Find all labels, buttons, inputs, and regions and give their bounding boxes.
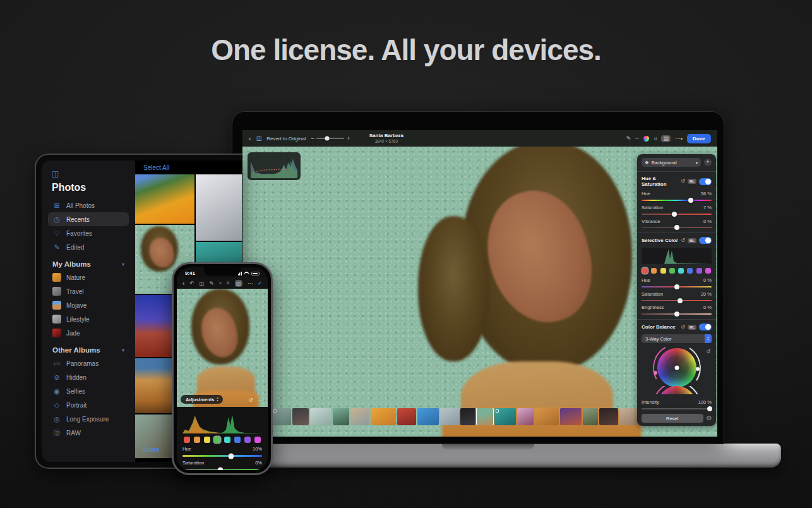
iphone-saturation-slider[interactable] — [182, 469, 262, 470]
color-balance-toggle[interactable] — [699, 324, 712, 330]
sidebar-item-mojave[interactable]: Mojave — [48, 298, 129, 312]
panel-toggle-icon[interactable]: ▤ — [235, 280, 242, 287]
filmstrip-thumb[interactable] — [333, 408, 349, 425]
filmstrip-thumb[interactable] — [440, 408, 459, 425]
swatch-orange[interactable] — [194, 437, 200, 443]
filmstrip-thumb[interactable] — [417, 408, 439, 425]
sidebar-item-selfies[interactable]: ◉ Selfies — [48, 384, 129, 398]
sidebar-item-recents[interactable]: ◷ Recents — [48, 212, 129, 226]
zoom-slider[interactable]: – + — [311, 136, 350, 142]
filmstrip-thumb[interactable] — [517, 408, 534, 425]
sidebar-item-edited[interactable]: ✎ Edited — [48, 240, 129, 254]
swatch-red[interactable] — [184, 437, 190, 443]
iphone-photo-canvas[interactable]: Adjustments ▴▾ ↺ ⋯ — [177, 289, 268, 407]
filmstrip-thumb[interactable] — [310, 408, 331, 425]
repair-icon[interactable] — [219, 282, 222, 284]
zoom-track[interactable] — [316, 138, 344, 139]
zoom-knob[interactable] — [325, 136, 330, 141]
swatch-yellow[interactable] — [204, 437, 210, 443]
share-button[interactable]: Share — [143, 446, 160, 453]
filmstrip-thumb[interactable] — [272, 408, 291, 425]
adjustments-pill[interactable]: Adjustments ▴▾ — [181, 395, 223, 404]
selective-brightness-slider[interactable] — [642, 313, 712, 315]
iphone-hue-slider[interactable] — [182, 455, 262, 457]
swatch-magenta[interactable] — [705, 268, 711, 274]
revert-button[interactable]: Revert to Original — [266, 136, 306, 142]
more-menu-icon[interactable]: ⋯ — [248, 281, 253, 286]
swatch-purple[interactable] — [696, 268, 702, 274]
sidebar-item-panoramas[interactable]: ▭ Panoramas — [48, 356, 129, 370]
reset-icon[interactable]: ↺ — [248, 397, 253, 403]
swatch-green[interactable] — [214, 437, 220, 443]
zoom-out-icon[interactable]: – — [311, 136, 314, 142]
wheel-reset-icon[interactable]: ↺ — [706, 349, 710, 354]
swatch-green[interactable] — [669, 268, 675, 274]
saturation-slider[interactable] — [642, 214, 712, 215]
filmstrip-thumb[interactable] — [350, 408, 369, 425]
filmstrip-thumb-selected[interactable] — [477, 408, 493, 425]
add-adjustment-button[interactable]: + — [704, 159, 712, 166]
highlights-color-wheel[interactable] — [657, 348, 696, 387]
sidebar-item-all-photos[interactable]: ⊞ All Photos — [48, 198, 129, 212]
apply-check-icon[interactable]: ✓ — [258, 281, 262, 286]
filmstrip-thumb[interactable] — [560, 408, 582, 425]
selective-hue-slider[interactable] — [642, 286, 712, 287]
filmstrip-thumb[interactable] — [460, 408, 475, 425]
swatch-cyan[interactable] — [678, 268, 684, 274]
sidebar-item-portrait[interactable]: ◇ Portrait — [48, 398, 129, 412]
select-all-button[interactable]: Select All — [135, 160, 242, 174]
sidebar-item-lifestyle[interactable]: Lifestyle — [48, 312, 129, 326]
back-icon[interactable]: ‹ — [249, 135, 251, 142]
color-balance-mode-select[interactable]: 3-Way Color ▴▾ — [642, 334, 712, 343]
sidebar-toggle-icon[interactable]: ◫ — [52, 169, 125, 178]
hue-saturation-toggle[interactable] — [699, 178, 712, 185]
filmstrip-thumb[interactable] — [619, 408, 637, 425]
ml-button[interactable]: ML — [688, 238, 696, 243]
more-icon[interactable]: ⋯ — [258, 397, 263, 403]
filmstrip-thumb[interactable] — [397, 408, 416, 425]
panel-toggle-icon[interactable]: ▤ — [661, 135, 671, 142]
other-albums-header[interactable]: Other Albums ▾ — [52, 346, 124, 354]
selective-color-toggle[interactable] — [699, 237, 712, 244]
more-menu-icon[interactable]: ⋯▾ — [675, 136, 683, 142]
filmstrip-thumb[interactable] — [583, 408, 598, 425]
done-button[interactable]: Done — [687, 134, 711, 143]
filmstrip-thumb[interactable] — [292, 408, 309, 425]
swatch-orange[interactable] — [651, 268, 657, 274]
intensity-slider[interactable] — [642, 408, 712, 409]
my-albums-header[interactable]: My Albums ▾ — [52, 260, 124, 268]
sidebar-item-favorites[interactable]: ♡ Favorites — [48, 226, 129, 240]
color-adjust-icon[interactable] — [643, 136, 649, 142]
undo-icon[interactable]: ↶ — [190, 281, 194, 286]
sidebar-item-nature[interactable]: Nature — [48, 270, 129, 284]
swatch-blue[interactable] — [687, 268, 693, 274]
mac-photo-canvas[interactable]: ❖ Background ▾ + Hue & Saturation ↺ ML — [242, 147, 717, 437]
ml-button[interactable]: ML — [688, 325, 696, 330]
reset-button[interactable]: Reset — [642, 414, 703, 423]
repair-icon[interactable] — [635, 138, 639, 139]
swatch-red[interactable] — [642, 268, 648, 274]
hue-slider[interactable] — [642, 200, 712, 201]
filmstrip-thumb[interactable] — [494, 408, 516, 425]
selective-saturation-slider[interactable] — [642, 300, 712, 301]
saturation-knob[interactable] — [672, 212, 677, 217]
sidebar-item-hidden[interactable]: ⊘ Hidden — [48, 370, 129, 384]
filmstrip-thumb[interactable] — [599, 408, 618, 425]
sidebar-item-long-exposure[interactable]: ◎ Long Exposure — [48, 412, 129, 426]
compare-icon[interactable]: ◫ — [200, 281, 205, 286]
pen-icon[interactable]: ✎ — [626, 136, 631, 142]
grid-photo-building[interactable] — [196, 174, 242, 241]
zoom-in-icon[interactable]: + — [347, 136, 350, 142]
midtones-color-wheel-clipped[interactable] — [642, 386, 712, 394]
remove-adjustment-icon[interactable]: ⊖ — [707, 415, 712, 421]
vibrance-slider[interactable] — [642, 227, 712, 229]
sidebar-item-jade[interactable]: Jade — [48, 326, 129, 340]
reset-icon[interactable]: ↺ — [681, 325, 685, 330]
sidebar-item-raw[interactable]: Ⓡ RAW — [48, 426, 129, 440]
reset-icon[interactable]: ↺ — [681, 179, 685, 184]
reset-icon[interactable]: ↺ — [681, 238, 685, 243]
pen-icon[interactable]: ✎ — [210, 281, 214, 286]
swatch-cyan[interactable] — [224, 437, 230, 443]
color-wheel[interactable] — [657, 386, 696, 394]
layer-selector[interactable]: ❖ Background ▾ — [642, 158, 701, 167]
